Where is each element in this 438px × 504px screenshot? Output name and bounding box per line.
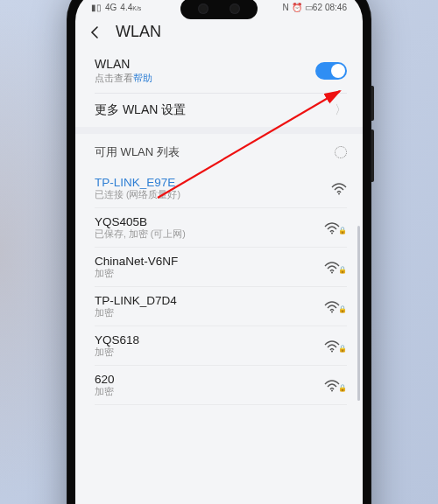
svg-point-3 xyxy=(331,312,333,313)
wifi-ssid: YQS618 xyxy=(95,333,139,346)
wifi-signal-icon: 🔒 xyxy=(324,340,347,353)
wlan-toggle-row[interactable]: WLAN 点击查看帮助 xyxy=(75,48,363,94)
wifi-status: 加密 xyxy=(95,307,177,319)
wifi-ssid: YQS405B xyxy=(95,215,186,228)
power-button xyxy=(371,130,374,182)
wifi-status: 已连接 (网络质量好) xyxy=(95,189,180,201)
wifi-ssid: ChinaNet-V6NF xyxy=(95,255,178,268)
svg-point-4 xyxy=(331,351,333,353)
wifi-ssid: 620 xyxy=(95,373,115,386)
phone-frame: ▮▯ 4G 4.4K/s N ⏰ ▭62 08:46 WLAN WLAN xyxy=(67,0,371,504)
more-wlan-row[interactable]: 更多 WLAN 设置 〉 xyxy=(75,94,363,127)
wifi-ssid: TP-LINK_E97E xyxy=(95,176,180,189)
wifi-signal-icon: 🔒 xyxy=(324,261,347,274)
wifi-network-row[interactable]: ChinaNet-V6NF加密🔒 xyxy=(75,248,363,287)
available-heading: 可用 WLAN 列表 xyxy=(95,144,180,160)
clock: 08:46 xyxy=(325,3,347,12)
speed: 4.4K/s xyxy=(120,3,141,12)
battery-icon: ▭62 xyxy=(305,3,322,12)
camera-notch xyxy=(180,0,258,19)
back-button[interactable] xyxy=(88,24,103,40)
wifi-status: 已保存, 加密 (可上网) xyxy=(95,228,186,241)
wifi-network-row[interactable]: YQS618加密🔒 xyxy=(75,326,363,366)
alarm-icon: ⏰ xyxy=(292,3,302,12)
wifi-signal-icon: 🔒 xyxy=(324,221,347,234)
wifi-status: 加密 xyxy=(95,386,115,398)
page-title: WLAN xyxy=(116,23,161,41)
wifi-signal-icon: 🔒 xyxy=(324,300,347,313)
wlan-label: WLAN xyxy=(95,57,152,71)
available-networks-header: 可用 WLAN 列表 xyxy=(75,134,363,169)
svg-point-5 xyxy=(331,390,333,392)
wlan-toggle[interactable] xyxy=(315,62,347,80)
wifi-signal-icon: 🔒 xyxy=(324,379,347,392)
screen: ▮▯ 4G 4.4K/s N ⏰ ▭62 08:46 WLAN WLAN xyxy=(75,0,363,504)
wlan-help[interactable]: 点击查看帮助 xyxy=(95,72,152,85)
wifi-network-row[interactable]: 620加密🔒 xyxy=(75,366,363,405)
wifi-status: 加密 xyxy=(95,346,139,359)
more-wlan-label: 更多 WLAN 设置 xyxy=(95,102,186,118)
wifi-network-row[interactable]: YQS405B已保存, 加密 (可上网)🔒 xyxy=(75,208,363,248)
wifi-ssid: TP-LINK_D7D4 xyxy=(95,294,177,307)
wifi-network-row[interactable]: TP-LINK_D7D4加密🔒 xyxy=(75,287,363,326)
wifi-network-row[interactable]: TP-LINK_E97E已连接 (网络质量好) xyxy=(75,169,363,208)
svg-point-1 xyxy=(331,233,333,234)
volume-button xyxy=(371,86,374,121)
signal-icon: ▮▯ xyxy=(91,3,102,12)
wifi-status: 加密 xyxy=(95,268,178,280)
network-type: 4G xyxy=(105,3,117,12)
svg-point-2 xyxy=(331,272,333,274)
loading-spinner-icon xyxy=(335,146,347,158)
nfc-icon: N xyxy=(283,3,289,12)
scrollbar[interactable] xyxy=(357,226,360,401)
wifi-signal-icon xyxy=(331,183,347,195)
svg-point-0 xyxy=(338,192,340,194)
chevron-right-icon: 〉 xyxy=(335,102,347,118)
